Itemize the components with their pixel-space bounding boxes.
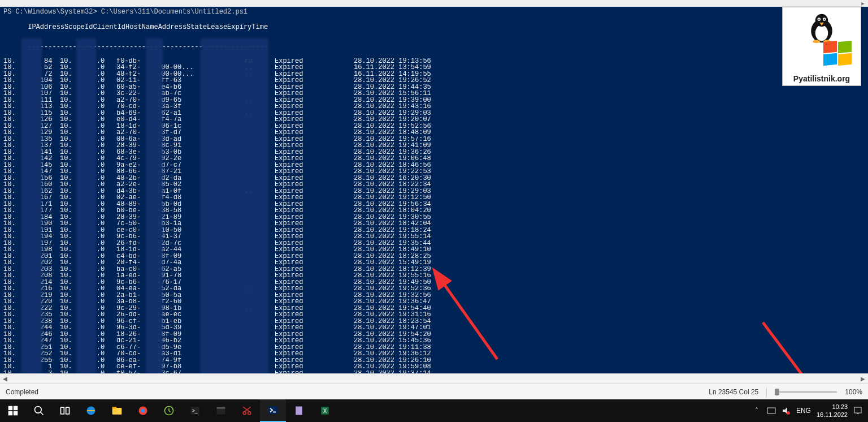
table-row: 10. 17710. .0b0-be- -38-58 Expired28.10.… <box>0 208 868 214</box>
tray-clock[interactable]: 10:23 16.11.2022 <box>817 403 848 419</box>
redaction-clientid <box>146 38 163 373</box>
table-row: 10. 21410. .09c-b6- -76-17 Expired28.10.… <box>0 279 868 286</box>
scrollbar-track[interactable] <box>10 374 858 384</box>
svg-text:>_: >_ <box>192 408 198 414</box>
table-row: 10. 21910. .02a-b1- -50-5a Expired28.10.… <box>0 292 868 299</box>
taskbar-app-browser[interactable] <box>130 399 156 422</box>
svg-point-16 <box>35 407 42 414</box>
taskbar-app-cmd2[interactable] <box>208 399 234 422</box>
table-row: 10. 25510. .006-ea- -74-9f Expired28.10.… <box>0 358 868 364</box>
svg-line-17 <box>41 412 44 415</box>
table-row: 10. 10610. .060-a5- -e4-b6 Expired28.10.… <box>0 84 868 91</box>
table-row: 10. 22210. .09c-29- -98-1b ..Expired28.1… <box>0 305 868 312</box>
table-row: 10. 23510. .026-dd- -ae-ec Expired28.10.… <box>0 312 868 318</box>
svg-rect-12 <box>8 406 13 411</box>
cursor-position: Ln 23545 Col 25 <box>709 388 758 396</box>
table-row: 10. 19810. .018-1d- -a2-44 Expired28.10.… <box>0 247 868 253</box>
svg-point-8 <box>813 40 820 44</box>
taskbar-app-clock[interactable] <box>156 399 182 422</box>
svg-rect-14 <box>8 411 13 416</box>
svg-rect-18 <box>61 407 64 414</box>
zoom-slider[interactable] <box>775 391 837 393</box>
table-row: 10. 16210. .0d4-3b- -a1-0f ..Expired28.1… <box>0 188 868 195</box>
scroll-left-button[interactable]: ◀ <box>0 374 10 384</box>
svg-point-1 <box>815 25 828 41</box>
table-row: 10. 13710. .028-39- -8c-91 Expired28.10.… <box>0 143 868 149</box>
scroll-right-button[interactable]: ▶ <box>858 0 868 7</box>
table-row: 10. 8410. .0f0-db- ruExpired28.10.2022 1… <box>0 58 868 65</box>
powershell-output[interactable]: PS C:\Windows\System32> C:\Users\311\Doc… <box>0 7 868 373</box>
table-row: 10. 17110. .048-89- -5b-0d Expired28.10.… <box>0 201 868 208</box>
watermark-label: Pyatilistnik.org <box>793 74 850 83</box>
svg-point-6 <box>824 19 825 20</box>
taskbar-app-cmd1[interactable]: >_ <box>182 399 208 422</box>
column-underline: ----------------------------------------… <box>0 37 868 58</box>
svg-rect-36 <box>767 408 775 414</box>
table-row: 10. 14110. .068-3e- -53-0b Expired28.10.… <box>0 149 868 156</box>
svg-rect-15 <box>14 411 18 416</box>
taskbar-app-snip[interactable] <box>234 399 260 422</box>
taskbar-app-explorer[interactable] <box>104 399 130 422</box>
scroll-right-button-bottom[interactable]: ▶ <box>858 374 868 384</box>
table-row: 10. 16710. .002-ae- -f4-d8 Expired28.10.… <box>0 195 868 201</box>
windows-logo-icon <box>823 41 855 68</box>
table-row: 10. 20210. .020-f4- -d7-4a Expired28.10.… <box>0 260 868 266</box>
zoom-value: 100% <box>845 388 862 396</box>
svg-text:X: X <box>323 408 327 414</box>
tray-notifications-icon[interactable] <box>853 406 862 415</box>
redaction-hostname <box>201 38 268 373</box>
task-view-button[interactable] <box>52 399 78 422</box>
svg-line-10 <box>442 281 497 359</box>
svg-rect-33 <box>296 407 302 415</box>
top-scrollbar[interactable]: ▶ <box>0 0 868 7</box>
table-row: 10. 11110. .0a2-70- -d9-65 ..Expired28.1… <box>0 97 868 104</box>
table-row: 10. 20110. .0c4-bd- -8f-09 Expired28.10.… <box>0 253 868 260</box>
taskbar: >_ X ˄ <box>0 399 868 422</box>
tray-language[interactable]: ENG <box>796 407 811 415</box>
table-row: 10. 10410. .002-11- -ff-63 Expired28.10.… <box>0 77 868 84</box>
table-row: 10. 18410. .028-39- -21-89 Expired28.10.… <box>0 214 868 221</box>
tray-volume-icon[interactable] <box>782 406 791 415</box>
start-button[interactable] <box>0 399 26 422</box>
svg-point-5 <box>818 19 819 20</box>
table-row: 10. 22010. .03a-b8- -f2-60 Expired28.10.… <box>0 299 868 305</box>
penguin-icon <box>805 11 839 45</box>
taskbar-app-powershell[interactable] <box>260 399 286 422</box>
status-text: Completed <box>6 388 38 396</box>
table-row: 10. 14210. .04c-79- -92-2e Expired28.10.… <box>0 156 868 162</box>
status-bar: Completed Ln 23545 Col 25 100% <box>0 384 868 399</box>
table-row: 10. 16010. .0a2-2e- -85-02 Expired28.10.… <box>0 182 868 188</box>
table-row: 10. 12710. .018-1d- -06-1c Expired28.10.… <box>0 123 868 130</box>
table-row: 10. 11310. .070-cd- -3a-3f Expired28.10.… <box>0 104 868 110</box>
taskbar-app-ie[interactable] <box>78 399 104 422</box>
tray-chevron-up-icon[interactable]: ˄ <box>752 406 761 415</box>
svg-rect-22 <box>112 407 117 408</box>
svg-rect-39 <box>854 407 861 413</box>
system-tray[interactable]: ˄ ENG 10:23 16.11.2022 <box>747 399 868 422</box>
table-row: 10. 5210. .034-f2- -00-00... ..Expired16… <box>0 64 868 71</box>
table-row: 10. 15610. .048-2b- -d2-da Expired28.10.… <box>0 175 868 182</box>
annotation-arrow-1 <box>435 274 509 368</box>
svg-marker-37 <box>783 407 787 414</box>
table-row: 10. 20810. .01a-ed- -91-78 Expired28.10.… <box>0 273 868 279</box>
prompt-path: PS C:\Windows\System32> C:\Users\311\Doc… <box>0 7 868 17</box>
table-row: 10. 24710. .0dc-21- -46-b2 Expired28.10.… <box>0 338 868 345</box>
search-button[interactable] <box>26 399 52 422</box>
horizontal-scrollbar[interactable]: ◀ ▶ <box>0 373 868 384</box>
svg-point-24 <box>141 409 145 413</box>
watermark-card: Pyatilistnik.org <box>782 7 861 86</box>
table-row: 10. 25110. .0c6-77- -d5-9e Expired28.10.… <box>0 345 868 351</box>
table-row: 10. 19010. .07c-50- -b3-1a Expired28.10.… <box>0 221 868 227</box>
table-row: 10. 21610. .004-ea- -52-da ..Expired28.1… <box>0 286 868 292</box>
table-row: 10. 25210. .070-cd- -a3-d1 Expired28.10.… <box>0 351 868 358</box>
svg-point-38 <box>787 411 790 415</box>
taskbar-app-notes[interactable] <box>286 399 312 422</box>
taskbar-app-excel[interactable]: X <box>312 399 338 422</box>
tray-network-icon[interactable] <box>767 406 776 415</box>
table-row: 10. 23810. .096-cf- -b1-eb Expired28.10.… <box>0 318 868 325</box>
table-row: 10. 14710. .088-66- -87-21 Expired28.10.… <box>0 169 868 175</box>
table-row: 10. 14510. .09a-e2- -d7-c7 Expired28.10.… <box>0 162 868 169</box>
table-row: 10. 24610. .018-26- -8f-09 Expired28.10.… <box>0 331 868 338</box>
table-row: 10. 7210. .048-f2- -00-00... ..Expired16… <box>0 71 868 78</box>
table-row: 10. 12910. .0a2-70- -3f-d7 Expired28.10.… <box>0 130 868 136</box>
